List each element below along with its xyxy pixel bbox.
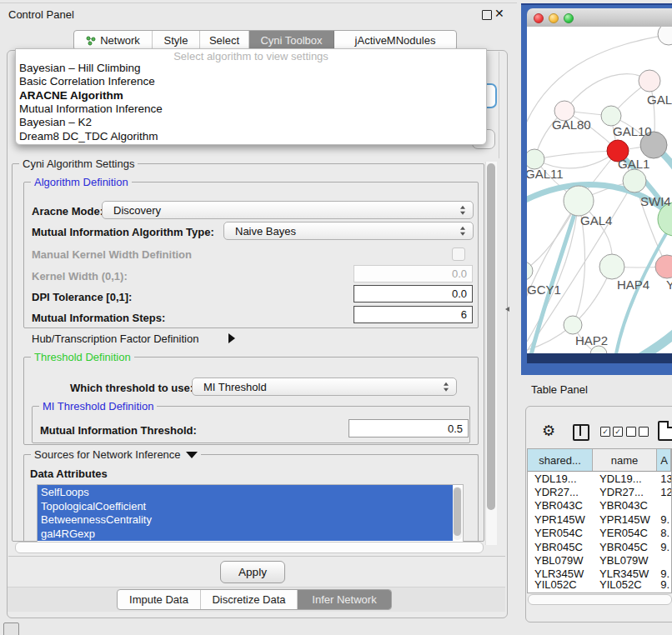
close-traffic-light[interactable] [534, 13, 544, 23]
cell-shared: YBR045C [528, 540, 593, 553]
selected-value: MI Threshold [203, 381, 267, 393]
menu-item-dream8[interactable]: Dream8 DC_TDC Algorithm [19, 130, 469, 143]
tab-impute-data[interactable]: Impute Data [118, 590, 201, 609]
network-edge[interactable] [534, 151, 618, 159]
cell-name: YDR27... [593, 485, 657, 498]
menu-item-mutual-information[interactable]: Mutual Information Inference [19, 102, 469, 116]
tab-label: Cyni Toolbox [260, 34, 322, 47]
menu-item-basic-correlation[interactable]: Basic Correlation Inference [19, 75, 469, 88]
checked-box-icon: ✓ [600, 427, 610, 437]
table-row[interactable]: YBR043C YBR043C [528, 499, 671, 512]
node-label-gal11: GAL11 [527, 167, 564, 181]
select-all-columns-icon[interactable]: ✓ ✓ [600, 427, 623, 437]
minimize-traffic-light[interactable] [549, 13, 559, 23]
table-row[interactable]: YPR145W YPR145W 9. [528, 512, 671, 526]
network-edge-teal[interactable] [556, 332, 672, 353]
node-label-hap4: HAP4 [617, 278, 649, 292]
stepper-icon [444, 382, 449, 392]
float-window-icon[interactable] [482, 10, 492, 20]
column-header-partial[interactable]: A [657, 449, 671, 471]
mi-steps-field[interactable]: 6 [354, 306, 473, 323]
menu-item-aracne[interactable]: ARACNE Algorithm [19, 89, 469, 102]
tab-infer-network[interactable]: Infer Network [298, 590, 391, 609]
table-row[interactable]: YBL079W YBL079W [528, 553, 671, 567]
tab-network[interactable]: Network [74, 31, 153, 50]
which-threshold-select[interactable]: MI Threshold [192, 378, 457, 396]
node-green-mid[interactable] [623, 169, 646, 192]
tab-label: Style [164, 34, 188, 47]
table-row[interactable]: YDR27... YDR27... 12 [528, 485, 671, 498]
node-label-y: Y [666, 278, 672, 292]
expanded-arrow-icon[interactable] [186, 452, 198, 458]
node-gal10[interactable] [601, 106, 621, 126]
gear-icon[interactable]: ⚙ [542, 422, 555, 440]
apply-divider [8, 556, 505, 557]
group-title: Threshold Definition [31, 351, 134, 363]
algorithm-dropdown-popup: Select algorithm to view settings Bayesi… [15, 48, 487, 145]
corner-panel-icon[interactable] [3, 622, 19, 635]
cell-shared: YIL052C [528, 581, 593, 588]
list-scrollbar[interactable] [453, 487, 462, 540]
cell-shared: YBL079W [528, 553, 593, 567]
tab-style[interactable]: Style [153, 31, 200, 50]
column-header-shared-name[interactable]: shared... [528, 449, 593, 471]
network-edge[interactable] [564, 74, 649, 111]
column-header-name[interactable]: name [593, 449, 657, 471]
menu-item-bayesian-hill-climbing[interactable]: Bayesian – Hill Climbing [19, 62, 469, 75]
table-row[interactable]: YDL19... YDL19... 13 [528, 472, 671, 485]
cell-name: YLR345W [593, 568, 657, 581]
node-table: shared... name A YDL19... YDL19... 13 YD… [527, 448, 672, 593]
tab-discretize-data[interactable]: Discretize Data [201, 590, 298, 609]
node-pink-right[interactable] [655, 255, 672, 278]
tab-label: Discretize Data [212, 593, 285, 606]
node-partial-top[interactable] [658, 27, 672, 45]
tab-select[interactable]: Select [200, 31, 249, 50]
tab-cyni-toolbox[interactable]: Cyni Toolbox [249, 31, 334, 50]
tab-label: jActiveMNodules [355, 34, 436, 47]
list-item[interactable]: TopologicalCoefficient [38, 499, 453, 513]
cell-shared: YDL19... [528, 472, 593, 485]
cell-name: YBR045C [593, 540, 657, 553]
network-graph: GAL7 GAL80 GAL10 GAL1 GAL11 SWI4 GAL4 GC… [527, 27, 672, 353]
group-title: Algorithm Definition [31, 176, 132, 188]
node-gal7[interactable] [639, 70, 660, 92]
deselect-all-columns-icon[interactable] [626, 427, 649, 437]
node-hap2[interactable] [564, 316, 582, 334]
table-hscroll-thumb[interactable] [528, 594, 672, 605]
node-gal4[interactable] [564, 186, 594, 216]
show-columns-icon[interactable] [573, 424, 589, 441]
network-canvas[interactable]: GAL7 GAL80 GAL10 GAL1 GAL11 SWI4 GAL4 GC… [527, 27, 672, 353]
aracne-mode-select[interactable]: Discovery [102, 201, 474, 219]
list-item[interactable]: gal4RGexp [38, 527, 453, 541]
apply-button[interactable]: Apply [220, 561, 285, 583]
settings-vscroll-thumb[interactable] [487, 163, 495, 510]
stepper-icon [460, 227, 465, 236]
table-row[interactable]: YBR045C YBR045C 9. [528, 540, 671, 553]
stepper-icon [460, 206, 465, 215]
tab-jactivemnodules[interactable]: jActiveMNodules [334, 31, 456, 50]
zoom-traffic-light[interactable] [564, 13, 574, 23]
mi-threshold-field[interactable]: 0.5 [349, 419, 469, 438]
list-item[interactable]: BetweennessCentrality [38, 513, 453, 528]
close-icon[interactable]: ✕ [494, 7, 504, 20]
cell-shared: YLR345W [528, 568, 593, 581]
cell-name: YBL079W [593, 553, 657, 567]
top-divider [0, 2, 517, 3]
kernel-width-field[interactable]: 0.0 [354, 265, 473, 282]
manual-kernel-checkbox[interactable] [452, 248, 465, 261]
cell-value: 9. [657, 540, 671, 553]
table-row[interactable]: YIL052C YIL052C 9. [528, 581, 671, 588]
menu-item-bayesian-k2[interactable]: Bayesian – K2 [19, 116, 469, 129]
collapsed-arrow-icon[interactable] [228, 333, 235, 343]
dpi-tolerance-field[interactable]: 0.0 [354, 285, 473, 302]
table-row[interactable]: YLR345W YLR345W 9. [528, 568, 671, 581]
table-row[interactable]: YER054C YER054C 8. [528, 527, 671, 540]
list-item[interactable]: SelfLoops [38, 485, 453, 499]
settings-hscroll-thumb[interactable] [15, 542, 484, 553]
splitter-collapse-icon[interactable] [505, 307, 509, 312]
network-window-titlebar[interactable] [527, 8, 672, 28]
node-label-gal4: GAL4 [580, 213, 612, 228]
mi-type-select[interactable]: Naive Bayes [223, 222, 474, 240]
node-hap4[interactable] [599, 254, 624, 279]
import-table-icon[interactable] [658, 421, 672, 441]
